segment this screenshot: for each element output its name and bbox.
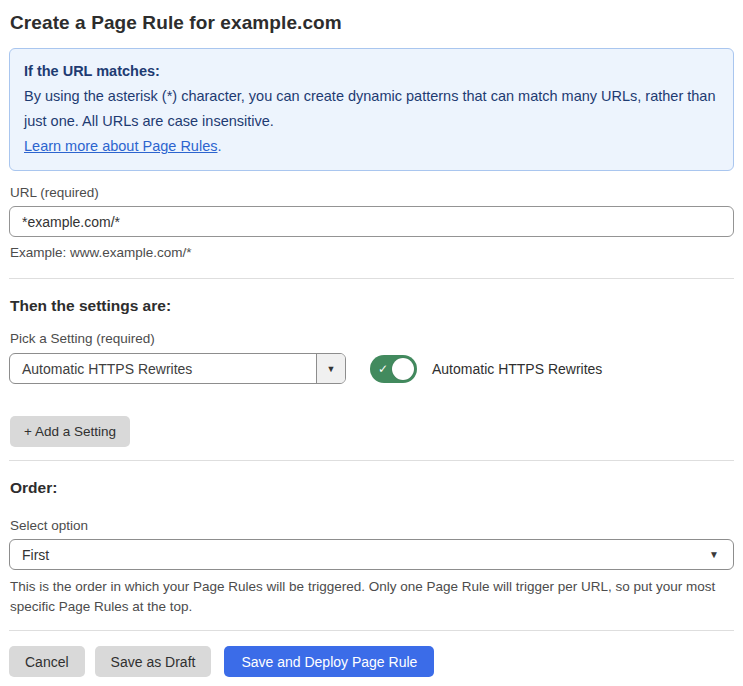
setting-row: Automatic HTTPS Rewrites ▼ ✓ Automatic H… [9, 353, 734, 384]
url-input[interactable] [9, 206, 734, 237]
settings-section-heading: Then the settings are: [10, 297, 734, 315]
add-setting-button[interactable]: + Add a Setting [10, 416, 130, 447]
create-page-rule-form: Create a Page Rule for example.com If th… [0, 0, 743, 686]
order-select[interactable]: First ▼ [9, 539, 734, 570]
section-divider [9, 460, 734, 461]
cancel-button[interactable]: Cancel [9, 646, 85, 677]
url-field-label: URL (required) [10, 185, 734, 200]
setting-toggle[interactable]: ✓ [370, 355, 417, 383]
section-divider [9, 278, 734, 279]
link-period: . [217, 138, 221, 154]
learn-more-link[interactable]: Learn more about Page Rules [24, 138, 217, 154]
url-example-text: Example: www.example.com/* [10, 243, 734, 263]
info-link-row: Learn more about Page Rules. [24, 134, 719, 159]
setting-picker-dropdown[interactable]: Automatic HTTPS Rewrites ▼ [9, 353, 346, 384]
order-select-label: Select option [10, 518, 734, 533]
footer-divider [9, 630, 734, 631]
select-arrow-icon: ▼ [709, 549, 719, 560]
order-section-heading: Order: [10, 479, 734, 497]
setting-picker-value: Automatic HTTPS Rewrites [10, 354, 316, 383]
footer-actions: Cancel Save as Draft Save and Deploy Pag… [9, 646, 734, 677]
order-help-text: This is the order in which your Page Rul… [10, 577, 734, 617]
dropdown-arrow-icon[interactable]: ▼ [316, 354, 345, 383]
order-select-value: First [22, 547, 49, 563]
save-and-deploy-button[interactable]: Save and Deploy Page Rule [224, 646, 434, 677]
setting-picker-label: Pick a Setting (required) [10, 331, 734, 346]
info-heading: If the URL matches: [24, 59, 719, 84]
save-as-draft-button[interactable]: Save as Draft [95, 646, 212, 677]
info-body: By using the asterisk (*) character, you… [24, 84, 719, 134]
check-icon: ✓ [378, 363, 388, 375]
page-title: Create a Page Rule for example.com [10, 12, 734, 34]
url-match-info-callout: If the URL matches: By using the asteris… [9, 48, 734, 171]
toggle-knob [392, 358, 414, 380]
setting-toggle-label: Automatic HTTPS Rewrites [432, 361, 602, 377]
